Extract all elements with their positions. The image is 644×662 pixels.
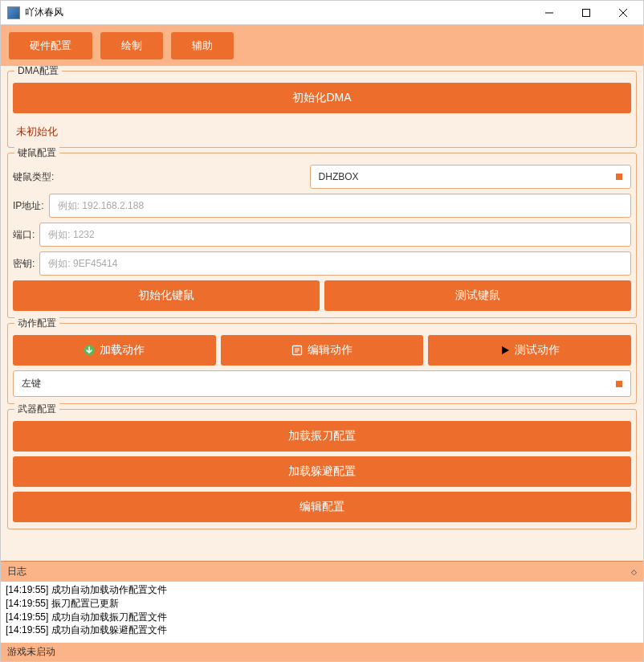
ip-label: IP地址: <box>13 199 44 213</box>
key-input[interactable] <box>39 251 631 276</box>
tab-assist[interactable]: 辅助 <box>171 32 234 59</box>
edit-icon <box>291 345 303 356</box>
init-dma-button[interactable]: 初始化DMA <box>13 83 631 113</box>
minimize-button[interactable] <box>531 1 568 25</box>
titlebar: 吖沐春风 <box>1 1 643 25</box>
load-parry-button[interactable]: 加载振刀配置 <box>13 421 631 452</box>
edit-action-label: 编辑动作 <box>308 343 353 358</box>
minimize-icon <box>545 9 553 17</box>
log-header: 日志 ◇ <box>1 561 643 582</box>
maximize-button[interactable] <box>568 1 605 25</box>
app-icon <box>7 6 20 19</box>
load-action-button[interactable]: 加载动作 <box>13 335 216 366</box>
tab-bar: 硬件配置 绘制 辅助 <box>1 25 643 66</box>
km-type-label: 键鼠类型: <box>13 170 58 184</box>
log-line: [14:19:55] 振刀配置已更新 <box>6 597 638 611</box>
test-km-button[interactable]: 测试键鼠 <box>324 280 631 311</box>
chevron-down-icon <box>616 174 622 180</box>
log-title: 日志 <box>7 565 26 578</box>
action-key-select[interactable]: 左键 <box>13 370 631 397</box>
km-type-select[interactable]: DHZBOX <box>310 165 631 189</box>
chevron-down-icon <box>616 381 622 387</box>
log-line: [14:19:55] 成功自动加载动作配置文件 <box>6 583 638 597</box>
key-label: 密钥: <box>13 257 35 271</box>
log-line: [14:19:55] 成功自动加载躲避配置文件 <box>6 623 638 637</box>
close-icon <box>619 9 627 17</box>
window-title: 吖沐春风 <box>25 6 531 19</box>
port-input[interactable] <box>39 223 631 247</box>
action-key-value: 左键 <box>22 377 41 390</box>
km-group: 键鼠配置 键鼠类型: DHZBOX IP地址: 端口: 密钥: 初始化键鼠 测试… <box>7 153 637 318</box>
svg-rect-1 <box>583 9 590 16</box>
edit-action-button[interactable]: 编辑动作 <box>221 335 424 366</box>
log-line: [14:19:55] 成功自动加载振刀配置文件 <box>6 611 638 624</box>
main-content: DMA配置 初始化DMA 未初始化 键鼠配置 键鼠类型: DHZBOX IP地址… <box>1 66 643 561</box>
edit-weapon-button[interactable]: 编辑配置 <box>13 492 631 522</box>
weapon-group: 武器配置 加载振刀配置 加载躲避配置 编辑配置 <box>7 409 637 529</box>
km-group-title: 键鼠配置 <box>14 146 59 160</box>
close-button[interactable] <box>605 1 642 25</box>
dma-group-title: DMA配置 <box>14 66 62 78</box>
log-body[interactable]: [14:19:55] 成功自动加载动作配置文件[14:19:55] 振刀配置已更… <box>1 582 643 643</box>
maximize-icon <box>582 9 590 17</box>
ip-input[interactable] <box>49 194 631 218</box>
dma-status: 未初始化 <box>13 118 631 141</box>
tab-draw[interactable]: 绘制 <box>100 32 163 59</box>
init-km-button[interactable]: 初始化键鼠 <box>13 280 320 311</box>
dock-icon[interactable]: ◇ <box>631 568 637 576</box>
test-action-button[interactable]: 测试动作 <box>428 335 631 366</box>
dma-group: DMA配置 初始化DMA 未初始化 <box>7 71 637 148</box>
download-icon <box>84 345 95 356</box>
load-action-label: 加载动作 <box>100 343 145 358</box>
action-group-title: 动作配置 <box>14 317 59 330</box>
test-action-label: 测试动作 <box>515 343 560 358</box>
play-icon <box>500 345 510 355</box>
status-bar: 游戏未启动 <box>1 643 643 661</box>
km-type-value: DHZBOX <box>319 171 359 182</box>
weapon-group-title: 武器配置 <box>14 403 59 416</box>
load-dodge-button[interactable]: 加载躲避配置 <box>13 456 631 487</box>
action-group: 动作配置 加载动作 编辑动作 测试动作 左键 <box>7 323 637 404</box>
tab-hardware[interactable]: 硬件配置 <box>9 32 92 59</box>
port-label: 端口: <box>13 228 35 242</box>
